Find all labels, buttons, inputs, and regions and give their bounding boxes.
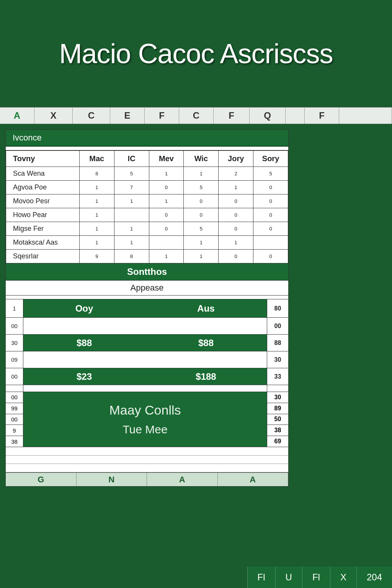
cell[interactable]: 0 bbox=[184, 194, 219, 208]
cell[interactable]: 1 bbox=[219, 181, 253, 194]
cell[interactable]: 0 bbox=[253, 222, 288, 236]
cell[interactable]: 1 bbox=[184, 250, 219, 263]
table-row[interactable]: Sca Wena851125 bbox=[6, 167, 288, 181]
summary-right-cell[interactable]: 89 bbox=[267, 403, 288, 414]
empty-row[interactable] bbox=[6, 447, 288, 456]
lower-mid[interactable] bbox=[23, 351, 267, 368]
row-num[interactable]: 1 bbox=[6, 299, 23, 317]
status-item[interactable]: U bbox=[275, 567, 302, 588]
table-row[interactable]: Agvoa Poe170510 bbox=[6, 181, 288, 194]
table-row[interactable]: Motaksca/ Aas1111 bbox=[6, 236, 288, 250]
col-header[interactable]: E bbox=[110, 108, 145, 124]
row-label[interactable]: Migse Fer bbox=[6, 222, 80, 236]
cell[interactable]: 1 bbox=[219, 236, 253, 250]
row-right[interactable]: 33 bbox=[267, 368, 288, 385]
status-item[interactable]: X bbox=[330, 567, 356, 588]
row-num[interactable]: 30 bbox=[6, 335, 23, 351]
summary-left-cell[interactable]: 99 bbox=[6, 403, 23, 414]
col-header[interactable]: A bbox=[0, 108, 34, 124]
empty-row[interactable] bbox=[6, 464, 288, 472]
lower-mid[interactable] bbox=[23, 318, 267, 334]
col-footer[interactable]: G bbox=[6, 473, 77, 486]
row-num[interactable]: 09 bbox=[6, 351, 23, 368]
cell[interactable]: 1 bbox=[114, 236, 149, 250]
cell[interactable]: 5 bbox=[184, 181, 219, 194]
col-header[interactable] bbox=[286, 108, 305, 124]
summary-left-cell[interactable]: 00 bbox=[6, 392, 23, 403]
cell[interactable]: 7 bbox=[114, 181, 149, 194]
cell[interactable]: 0 bbox=[253, 194, 288, 208]
cell[interactable]: 0 bbox=[219, 222, 253, 236]
th[interactable]: Mev bbox=[149, 151, 184, 167]
cell[interactable]: 0 bbox=[219, 250, 253, 263]
th[interactable]: Sory bbox=[253, 151, 288, 167]
summary-right-cell[interactable]: 69 bbox=[267, 436, 288, 447]
cell[interactable]: 0 bbox=[149, 181, 184, 194]
summary-left-cell[interactable]: 9 bbox=[6, 425, 23, 436]
cell[interactable] bbox=[253, 236, 288, 250]
col-header[interactable] bbox=[339, 108, 392, 124]
cell[interactable]: 5 bbox=[184, 222, 219, 236]
th[interactable]: Jory bbox=[219, 151, 253, 167]
cell[interactable]: 5 bbox=[114, 167, 149, 181]
col-header[interactable]: F bbox=[305, 108, 339, 124]
cell[interactable] bbox=[149, 236, 184, 250]
table-row[interactable]: Migse Fer110500 bbox=[6, 222, 288, 236]
row-num[interactable] bbox=[6, 385, 23, 392]
cell[interactable] bbox=[114, 208, 149, 222]
row-right[interactable]: 80 bbox=[267, 299, 288, 317]
cell[interactable]: 1 bbox=[184, 236, 219, 250]
summary-right-cell[interactable]: 50 bbox=[267, 414, 288, 425]
summary-left-cell[interactable]: 00 bbox=[6, 414, 23, 425]
col-header[interactable]: F bbox=[145, 108, 179, 124]
cell[interactable]: 0 bbox=[149, 208, 184, 222]
th[interactable]: IC bbox=[114, 151, 149, 167]
row-right[interactable]: 88 bbox=[267, 335, 288, 351]
cell[interactable]: 5 bbox=[253, 167, 288, 181]
empty-row[interactable] bbox=[6, 456, 288, 464]
summary-right-cell[interactable]: 30 bbox=[267, 392, 288, 403]
th[interactable]: Tovny bbox=[6, 151, 80, 167]
cell[interactable]: 2 bbox=[219, 167, 253, 181]
cell[interactable]: 0 bbox=[253, 208, 288, 222]
cell[interactable]: 8 bbox=[114, 250, 149, 263]
cell[interactable]: 1 bbox=[79, 236, 114, 250]
th[interactable]: Wic bbox=[184, 151, 219, 167]
row-label[interactable]: Movoo Pesr bbox=[6, 194, 80, 208]
col-header[interactable]: X bbox=[34, 108, 73, 124]
status-item[interactable]: Fl bbox=[247, 567, 275, 588]
cell[interactable]: 1 bbox=[149, 194, 184, 208]
col-header[interactable]: Q bbox=[250, 108, 286, 124]
row-right[interactable] bbox=[267, 385, 288, 392]
lower-mid[interactable]: $88$88 bbox=[23, 335, 267, 351]
cell[interactable]: 1 bbox=[79, 222, 114, 236]
cell[interactable]: 8 bbox=[79, 167, 114, 181]
col-footer[interactable]: A bbox=[147, 473, 218, 486]
col-footer[interactable]: A bbox=[218, 473, 289, 486]
col-header[interactable]: F bbox=[214, 108, 250, 124]
col-header[interactable]: C bbox=[73, 108, 110, 124]
lower-mid[interactable]: $23$188 bbox=[23, 368, 267, 385]
cell[interactable]: 1 bbox=[114, 222, 149, 236]
cell[interactable]: 0 bbox=[149, 222, 184, 236]
cell[interactable]: 1 bbox=[79, 181, 114, 194]
th[interactable]: Mac bbox=[79, 151, 114, 167]
row-label[interactable]: Howo Pear bbox=[6, 208, 80, 222]
summary-left-cell[interactable]: 38 bbox=[6, 436, 23, 447]
cell[interactable]: 1 bbox=[184, 167, 219, 181]
col-footer[interactable]: N bbox=[77, 473, 147, 486]
row-right[interactable]: 30 bbox=[267, 351, 288, 368]
cell[interactable]: 1 bbox=[149, 167, 184, 181]
row-label[interactable]: Sqesrlar bbox=[6, 250, 80, 263]
cell[interactable]: 0 bbox=[184, 208, 219, 222]
cell[interactable]: 0 bbox=[219, 194, 253, 208]
table-row[interactable]: Howo Pear10000 bbox=[6, 208, 288, 222]
row-label[interactable]: Sca Wena bbox=[6, 167, 80, 181]
table-row[interactable]: Sqesrlar981100 bbox=[6, 250, 288, 263]
row-right[interactable]: 00 bbox=[267, 318, 288, 334]
cell[interactable]: 1 bbox=[114, 194, 149, 208]
cell[interactable]: 9 bbox=[79, 250, 114, 263]
table-row[interactable]: Movoo Pesr111000 bbox=[6, 194, 288, 208]
status-item[interactable]: Fl bbox=[302, 567, 330, 588]
cell[interactable]: 1 bbox=[79, 194, 114, 208]
